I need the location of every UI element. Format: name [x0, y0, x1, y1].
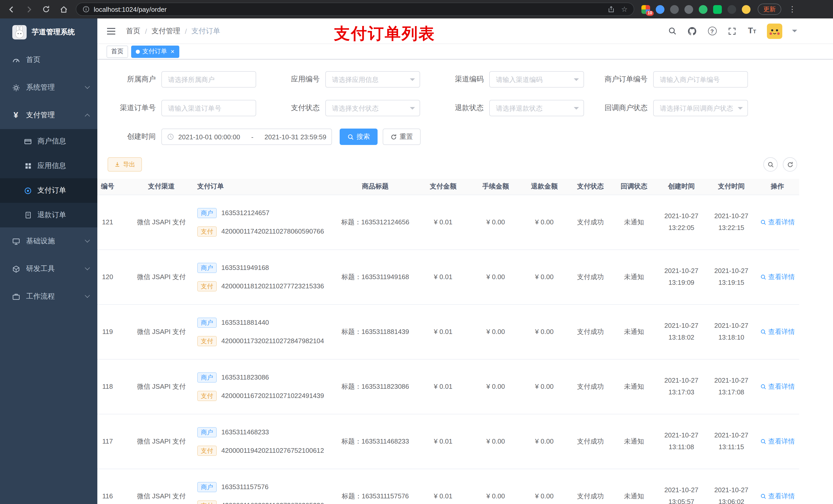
merchant-tag: 商户 [197, 482, 217, 492]
cell-title: 标题：1635311157576 [336, 469, 415, 504]
export-button[interactable]: 导出 [108, 157, 142, 172]
column-header: 退款金额 [520, 179, 569, 195]
sidebar-item-home[interactable]: 首页 [0, 46, 97, 74]
breadcrumb-separator: / [185, 27, 187, 35]
github-icon[interactable] [687, 26, 697, 36]
forward-icon[interactable] [24, 4, 34, 14]
field-label: 所属商户 [97, 75, 161, 84]
reload-icon[interactable] [41, 4, 51, 14]
refund-status-input[interactable] [489, 100, 584, 116]
extensions-puzzle-icon[interactable]: 10 [641, 5, 650, 14]
search-icon [760, 329, 766, 335]
pay-status-input[interactable] [325, 100, 420, 116]
search-icon [760, 493, 766, 499]
view-detail-link[interactable]: 查看详情 [760, 491, 795, 501]
cell-title: 标题：1635311823086 [336, 359, 415, 414]
user-avatar[interactable] [767, 23, 782, 39]
paid-date: 2021-10-27 [707, 211, 756, 222]
sidebar-item-refund-order[interactable]: 退款订单 [0, 203, 97, 227]
refresh-icon [390, 134, 397, 140]
close-icon[interactable]: × [171, 48, 174, 55]
sidebar-item-infra[interactable]: 基础设施 [0, 227, 97, 255]
share-icon[interactable] [608, 6, 615, 13]
column-header: 手续金额 [471, 179, 520, 195]
merchant-order-no: 1635311468233 [221, 428, 269, 436]
sidebar-item-payment[interactable]: ¥ 支付管理 [0, 101, 97, 129]
back-icon[interactable] [6, 4, 16, 14]
ext-dark-icon[interactable] [685, 5, 693, 14]
merchant-order-no-input[interactable] [653, 71, 748, 88]
cell-title: 标题：1635311949168 [336, 249, 415, 304]
cell-order-nos: 商户 1635311157576 支付 42000011682021102736… [192, 469, 336, 504]
help-icon[interactable]: ? [707, 26, 717, 36]
toggle-search-button[interactable] [763, 157, 778, 172]
update-button[interactable]: 更新 [758, 4, 781, 15]
cell-actions: 查看详情 [756, 304, 799, 359]
view-detail-link[interactable]: 查看详情 [760, 327, 795, 336]
target-icon [24, 187, 32, 194]
ext-green-circle-icon[interactable] [699, 5, 708, 14]
channel-code-input[interactable] [489, 71, 584, 88]
column-header: 支付状态 [569, 179, 612, 195]
browser-menu-icon[interactable]: ⋮ [788, 5, 796, 14]
ext-emoji-icon[interactable] [742, 5, 751, 14]
sidebar-item-pay-order[interactable]: 支付订单 [0, 178, 97, 203]
sidebar-item-app-info[interactable]: 应用信息 [0, 154, 97, 178]
orders-table: 编号支付渠道支付订单商品标题支付金额手续金额退款金额支付状态回调状态创建时间支付… [97, 179, 833, 504]
cell-status: 支付成功 [569, 359, 612, 414]
search-icon[interactable] [667, 26, 677, 36]
refund-status-select[interactable] [489, 100, 584, 116]
sidebar-item-workflow[interactable]: 工作流程 [0, 283, 97, 310]
created-time: 13:17:03 [656, 386, 707, 398]
sidebar-item-devtools[interactable]: 研发工具 [0, 255, 97, 283]
tab-home[interactable]: 首页 [106, 45, 128, 57]
pay-status-select[interactable] [325, 100, 420, 116]
view-detail-link[interactable]: 查看详情 [760, 382, 795, 391]
cell-id: 116 [97, 469, 130, 504]
cell-actions: 查看详情 [756, 414, 799, 469]
sidebar-item-label: 应用信息 [38, 161, 66, 171]
channel-order-no-input[interactable] [161, 100, 256, 116]
filter-row-2: 渠道订单号 支付状态 退款状态 回调商户状态 [97, 100, 833, 116]
sidebar-item-merchant-info[interactable]: 商户信息 [0, 129, 97, 154]
fullscreen-icon[interactable] [727, 26, 737, 36]
ext-blue-icon[interactable] [656, 5, 664, 14]
dashboard-icon [11, 56, 21, 64]
site-info-icon[interactable] [82, 6, 90, 13]
table-row: 117 微信 JSAPI 支付 商户 1635311468233 支付 [97, 414, 799, 469]
hamburger-icon[interactable] [106, 27, 116, 35]
view-detail-link[interactable]: 查看详情 [760, 272, 795, 282]
channel-order-no: 4200001168202110273676305236 [221, 501, 324, 504]
cell-channel: 微信 JSAPI 支付 [130, 414, 192, 469]
gear-icon [11, 84, 21, 91]
font-size-icon[interactable]: TT [747, 26, 757, 36]
sidebar-item-system[interactable]: 系统管理 [0, 74, 97, 101]
ext-dark2-icon[interactable] [728, 5, 736, 14]
date-end[interactable]: 2021-10-31 23:59:59 [265, 133, 326, 141]
view-detail-link[interactable]: 查看详情 [760, 217, 795, 226]
view-detail-link[interactable]: 查看详情 [760, 437, 795, 446]
reset-button[interactable]: 重置 [383, 128, 421, 145]
bookmark-star-icon[interactable]: ☆ [621, 6, 627, 13]
refresh-table-button[interactable] [783, 157, 797, 172]
page-annotation: 支付订单列表 [334, 23, 435, 45]
merchant-input[interactable] [161, 71, 256, 88]
date-start[interactable]: 2021-10-01 00:00:00 [178, 133, 240, 141]
breadcrumb-pay[interactable]: 支付管理 [152, 26, 180, 35]
breadcrumb-home[interactable]: 首页 [126, 26, 140, 35]
search-button[interactable]: 搜索 [340, 128, 378, 145]
address-bar[interactable]: localhost:1024/pay/order ☆ [76, 3, 634, 16]
cell-order-nos: 商户 1635311468233 支付 42000011942021102767… [192, 414, 336, 469]
ext-chat-icon[interactable] [713, 5, 722, 14]
tab-pay-order[interactable]: 支付订单 × [131, 45, 179, 57]
app-select[interactable] [325, 71, 420, 88]
channel-code-select[interactable] [489, 71, 584, 88]
search-icon [760, 219, 766, 225]
avatar-caret-icon[interactable] [792, 30, 797, 35]
notify-status-input[interactable] [653, 100, 748, 116]
home-icon[interactable] [58, 4, 69, 14]
ext-gray-icon[interactable] [670, 5, 679, 14]
date-range-picker[interactable]: 2021-10-01 00:00:00 - 2021-10-31 23:59:5… [161, 128, 332, 145]
notify-status-select[interactable] [653, 100, 748, 116]
app-select-input[interactable] [325, 71, 420, 88]
